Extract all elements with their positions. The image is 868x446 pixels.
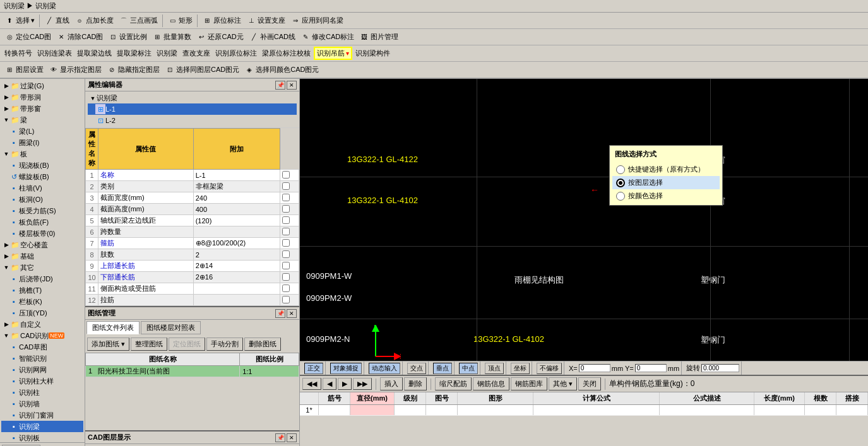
tree-item-identify-beam[interactable]: ▪ 识别梁 [1, 421, 83, 432]
tree-item-lanban[interactable]: ▪ 栏板(K) [1, 296, 83, 307]
tree-item-xianjiaobhan[interactable]: ▪ 现浇板(B) [1, 160, 83, 171]
noscroll-btn[interactable]: 不偏移 [537, 363, 562, 374]
other-btn[interactable]: 其他 ▾ [549, 377, 577, 390]
three-arc-btn[interactable]: ⌒ 三点画弧 [117, 15, 160, 26]
props-extra-cb[interactable] [282, 262, 290, 269]
props-extra-cb[interactable] [282, 228, 290, 235]
point-length-btn[interactable]: ⌾ 点加长度 [73, 15, 116, 26]
tree-item-loudaibandai[interactable]: ▪ 楼层板带(0) [1, 228, 83, 239]
tree-item-identify-column[interactable]: ▪ 识别柱 [1, 387, 83, 398]
popup-item-bylayer[interactable]: 按图层选择 [612, 176, 720, 189]
beam-l1-item[interactable]: ⊞ L-1 [88, 103, 297, 115]
props-extra-cb[interactable] [282, 182, 290, 190]
extract-beam-mark-btn[interactable]: 提取梁标注 [115, 48, 153, 59]
rebar-lib-btn[interactable]: 钢筋图库 [511, 377, 547, 390]
modify-cad-mark-btn[interactable]: ✎ 修改CAD标注 [299, 32, 356, 43]
close-btn[interactable]: 关闭 [578, 377, 601, 390]
restore-cad-btn[interactable]: ↩ 还原CAD元 [194, 32, 245, 43]
select-btn[interactable]: ⬆ 选择 ▾ [3, 15, 37, 26]
tree-item-ban[interactable]: ▼ 📁 板 [1, 148, 83, 160]
set-ratio-btn[interactable]: ⊡ 设置比例 [106, 32, 149, 43]
props-extra-cb[interactable] [282, 205, 290, 213]
props-extra-cb[interactable] [282, 171, 290, 179]
rect-btn[interactable]: ▭ 矩形 [165, 15, 194, 26]
tree-item-liang-l[interactable]: ▪ 梁(L) [1, 126, 83, 137]
coord-btn[interactable]: 坐标 [511, 363, 530, 374]
identify-hanger-btn[interactable]: 识别吊筋 ▾ [314, 47, 352, 60]
organize-drawing-btn[interactable]: 整理图纸 [131, 337, 167, 351]
origin-mark-btn[interactable]: ⊞ 原位标注 [200, 15, 243, 26]
cross-btn[interactable]: 交点 [407, 363, 426, 374]
tree-item-houjiaodan[interactable]: ▪ 后浇带(JD) [1, 273, 83, 285]
tree-item-cad-identify[interactable]: ▼ 📁 CAD识别 NEW [1, 330, 83, 341]
tree-item-identify-wall[interactable]: ▪ 识别网网 [1, 364, 83, 375]
x-coord-input[interactable] [579, 364, 610, 372]
delete-btn[interactable]: 删除 [404, 377, 427, 390]
tree-item-qita[interactable]: ▼ 📁 其它 [1, 262, 83, 273]
identify-link-btn[interactable]: 识别连梁表 [35, 48, 74, 59]
popup-item-bycolor[interactable]: 按颜色选择 [612, 189, 720, 202]
locate-drawing-btn[interactable]: 定位图纸 [169, 337, 205, 351]
batch-count-btn[interactable]: ⊞ 批量算数 [150, 32, 193, 43]
line-btn[interactable]: ╱ 直线 [42, 15, 71, 26]
tree-item-cad-caotu[interactable]: ▪ CAD草图 [1, 341, 83, 353]
tree-item-identify-door[interactable]: ▪ 识别门窗洞 [1, 409, 83, 421]
beam-tree-root[interactable]: ▼ 识别梁 [88, 93, 297, 103]
y-coord-input[interactable] [635, 364, 667, 372]
add-drawing-btn[interactable]: 添加图纸 ▾ [87, 337, 129, 351]
scale-rebar-btn[interactable]: 缩尺配筋 [435, 377, 472, 390]
select-same-cad-btn[interactable]: ⊡ 选择同图层CAD图元 [163, 64, 241, 76]
img-manage-btn[interactable]: 🖼 图片管理 [357, 32, 400, 43]
tree-item-tiaoyan[interactable]: ▪ 挑檐(T) [1, 285, 83, 296]
select-same-color-btn[interactable]: ◈ 选择同颜色CAD图元 [242, 64, 321, 76]
props-extra-cb[interactable] [282, 194, 290, 201]
props-extra-cb[interactable] [282, 239, 290, 247]
canvas-area[interactable]: 图线选择方式 快捷键选择（原有方式） 按图层选择 按颜色选择 ← [300, 79, 868, 446]
top-btn[interactable]: 顶点 [485, 363, 504, 374]
tree-item-identify-shearwall[interactable]: ▪ 识别墙 [1, 398, 83, 409]
rotate-input[interactable] [701, 364, 739, 372]
tab-floor-map[interactable]: 图纸楼层对照表 [141, 321, 201, 334]
tree-item-zidingyi[interactable]: ▶ 📁 自定义 [1, 319, 83, 330]
tree-item-quanliang[interactable]: ▪ 圈梁(I) [1, 137, 83, 148]
nav-next-btn[interactable]: ▶ [338, 378, 352, 390]
cad-close-btn[interactable]: ✕ [287, 433, 297, 442]
drawing-pin-btn[interactable]: 📌 [275, 309, 285, 318]
tree-item-identify-column-detail[interactable]: ▪ 识别柱大样 [1, 375, 83, 387]
rebar-info-btn[interactable]: 钢筋信息 [473, 377, 509, 390]
tree-item-yading[interactable]: ▪ 压顶(YD) [1, 307, 83, 319]
tree-item-luoxuanban[interactable]: ↺ 螺旋板(B) [1, 171, 83, 182]
tree-item-identify-slab[interactable]: ▪ 识别板 [1, 432, 83, 442]
set-support-btn[interactable]: ⊥ 设置支座 [244, 15, 287, 26]
insert-btn[interactable]: 插入 [380, 377, 403, 390]
layer-settings-btn[interactable]: ⊞ 图层设置 [3, 64, 45, 76]
canvas-content[interactable]: 13G322-1 GL-4122 塑钢推拉窗带纱窗 13G322-1 GL-41… [300, 79, 868, 361]
extract-beam-edge-btn[interactable]: 提取梁边线 [75, 48, 114, 59]
identify-origin-mark-btn[interactable]: 识别原位标注 [213, 48, 259, 59]
beam-origin-verify-btn[interactable]: 梁原位标注校核 [260, 48, 312, 59]
add-cad-btn[interactable]: ╱ 补画CAD线 [247, 32, 297, 43]
tree-item-banfujin[interactable]: ▪ 板负筋(F) [1, 216, 83, 228]
tree-item-daixingdong[interactable]: ▶ 📁 带形洞 [1, 91, 83, 103]
tree-item-guoliang[interactable]: ▶ 📁 过梁(G) [1, 80, 83, 91]
identify-beam-btn[interactable]: 识别梁 [155, 48, 179, 59]
props-extra-cb[interactable] [282, 296, 290, 303]
tree-item-smart-identify[interactable]: ▪ 智能识别 [1, 353, 83, 364]
props-close-btn[interactable]: ✕ [287, 81, 297, 90]
props-pin-btn[interactable]: 📌 [275, 81, 285, 90]
tree-item-zhuzhuang[interactable]: ▪ 柱墙(V) [1, 182, 83, 194]
dynamic-btn[interactable]: 动态输入 [369, 363, 400, 374]
tree-item-banshoulijin[interactable]: ▪ 板受力筋(S) [1, 205, 83, 216]
nav-last-btn[interactable]: ▶▶ [353, 378, 372, 390]
locate-cad-btn[interactable]: ◎ 定位CAD图 [3, 32, 53, 43]
hide-layer-btn[interactable]: ⊘ 隐藏指定图层 [105, 64, 162, 76]
apply-same-btn[interactable]: ⇒ 应用到同名梁 [288, 15, 345, 26]
drawing-row[interactable]: 1 阳光科技卫生间(当前图 1:1 [86, 366, 299, 377]
delete-drawing-btn[interactable]: 删除图纸 [244, 337, 281, 351]
tree-item-daixingchuang[interactable]: ▶ 📁 带形窗 [1, 103, 83, 114]
tree-item-jichu[interactable]: ▶ 📁 基础 [1, 250, 83, 262]
nav-prev-btn[interactable]: ◀ [323, 378, 336, 390]
props-extra-cb[interactable] [282, 273, 290, 281]
check-support-btn[interactable]: 查改支座 [181, 48, 212, 59]
tab-file-list[interactable]: 图纸文件列表 [86, 321, 140, 334]
